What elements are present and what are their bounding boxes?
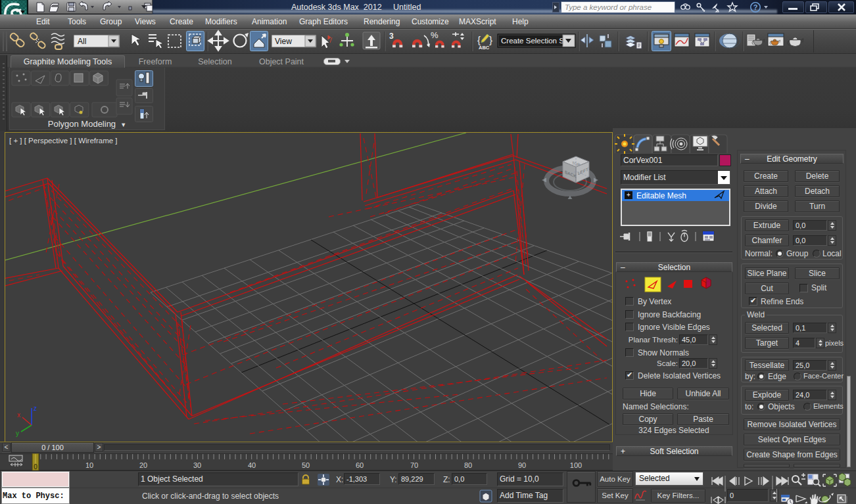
svg-text:50: 50 [302,461,310,469]
svg-text:100: 100 [570,461,582,469]
svg-text:y: y [16,430,19,437]
svg-text:}: } [489,34,492,45]
svg-text:30: 30 [193,461,201,469]
svg-text:Create Selection Se: Create Selection Se [501,37,568,45]
svg-text:ABC: ABC [479,45,490,51]
svg-text:40: 40 [248,461,256,469]
svg-text:x: x [17,411,20,419]
svg-text:70: 70 [410,461,418,469]
svg-text:60: 60 [356,461,364,469]
svg-text:0: 0 [34,463,37,470]
svg-text:View: View [275,37,292,46]
svg-text:10: 10 [85,461,93,469]
svg-text:z: z [34,405,37,412]
svg-text:20: 20 [139,461,147,469]
svg-text:All: All [78,37,86,46]
svg-text:%: % [431,30,439,40]
svg-text:{: { [477,34,481,45]
svg-text:3: 3 [389,32,394,41]
svg-text:80: 80 [464,461,472,469]
svg-text:?: ? [753,3,758,11]
svg-text:90: 90 [518,461,526,469]
svg-text:[ + ] [ Perspective ] [ Wirefr: [ + ] [ Perspective ] [ Wireframe ] [9,137,118,145]
